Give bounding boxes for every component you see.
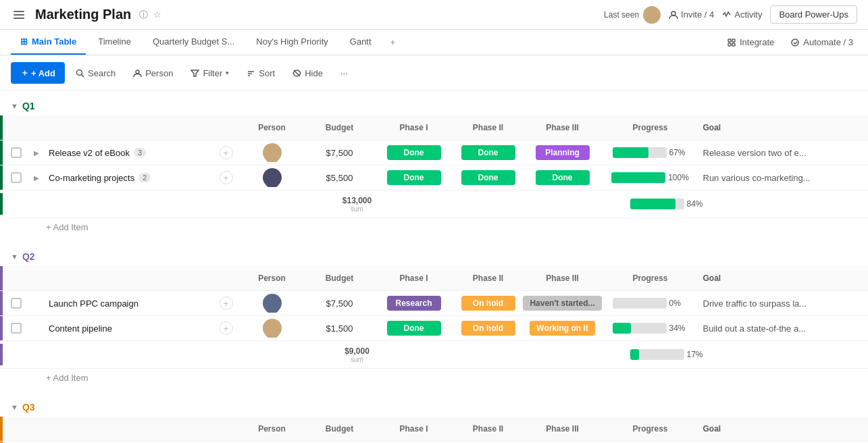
tabs-right: Integrate Automate / 3 bbox=[723, 34, 857, 50]
tab-main-table[interactable]: ⊞ Main Table bbox=[11, 30, 86, 55]
col-header-goal-q2: Goal bbox=[698, 273, 869, 283]
plus-icon: ＋ bbox=[20, 67, 29, 79]
svg-rect-1 bbox=[14, 14, 24, 16]
integrate-button[interactable]: Integrate bbox=[723, 34, 778, 50]
svg-point-21 bbox=[269, 172, 276, 178]
expander-arrow[interactable]: ▶ bbox=[34, 149, 39, 157]
invite-button[interactable]: Invite / 4 bbox=[669, 9, 714, 20]
chevron-down-icon: ▾ bbox=[226, 70, 229, 76]
progress-pct: 34% bbox=[669, 323, 688, 333]
filter-button[interactable]: Filter ▾ bbox=[184, 64, 236, 82]
group-q1-toggle[interactable]: ▼ bbox=[11, 102, 18, 110]
row-item-name: Release v2 of eBook bbox=[49, 148, 130, 158]
svg-point-25 bbox=[269, 322, 276, 329]
table-row: ··· Launch PPC campaign + $7,500 Researc… bbox=[0, 291, 868, 316]
svg-point-10 bbox=[792, 39, 798, 46]
sum-budget-q2: $9,000 sum bbox=[324, 346, 391, 363]
svg-marker-14 bbox=[191, 70, 199, 76]
svg-point-4 bbox=[646, 17, 658, 24]
star-icon[interactable]: ☆ bbox=[153, 9, 161, 20]
row-item-name: Content pipeline bbox=[49, 323, 112, 334]
hide-button[interactable]: Hide bbox=[286, 64, 330, 82]
top-right-actions: Last seen Invite / 4 Activity Board Powe… bbox=[604, 5, 857, 24]
group-q1: ▼ Q1 Person Budget Phase I Phase II Phas… bbox=[0, 91, 868, 236]
col-header-person-q1: Person bbox=[238, 123, 306, 132]
tab-gantt[interactable]: Gantt bbox=[340, 30, 381, 55]
row-budget: $5,500 bbox=[306, 173, 374, 183]
avatar bbox=[263, 143, 282, 162]
sort-button[interactable]: Sort bbox=[240, 64, 282, 82]
progress-bar bbox=[613, 323, 667, 334]
phase2-badge: On hold bbox=[461, 321, 515, 336]
title-icons: ⓘ ☆ bbox=[139, 9, 161, 21]
progress-fill bbox=[613, 147, 649, 158]
col-header-goal-q1: Goal bbox=[698, 123, 869, 132]
table-icon: ⊞ bbox=[20, 36, 28, 47]
svg-point-22 bbox=[265, 180, 279, 187]
tab-quarterly-budget[interactable]: Quarterly Budget S... bbox=[143, 30, 244, 55]
tab-timeline[interactable]: Timeline bbox=[88, 30, 141, 55]
automate-button[interactable]: Automate / 3 bbox=[786, 34, 857, 50]
col-header-phase3-q2: Phase III bbox=[522, 273, 603, 283]
phase1-badge: Done bbox=[387, 321, 441, 336]
svg-point-5 bbox=[671, 11, 675, 16]
board-power-ups-button[interactable]: Board Power-Ups bbox=[770, 5, 857, 24]
phase3-badge: Planning bbox=[536, 145, 590, 160]
expander-arrow[interactable]: ▶ bbox=[34, 174, 39, 182]
row-item-name: Co-marketing projects bbox=[49, 173, 134, 183]
info-icon[interactable]: ⓘ bbox=[139, 9, 148, 21]
person-filter-button[interactable]: Person bbox=[126, 64, 180, 82]
stripe-q2 bbox=[0, 266, 3, 290]
add-button[interactable]: ＋ + Add bbox=[11, 62, 65, 84]
tabs-bar: ⊞ Main Table Timeline Quarterly Budget S… bbox=[0, 30, 868, 55]
col-header-budget-q1: Budget bbox=[306, 123, 374, 132]
svg-point-24 bbox=[265, 305, 279, 313]
table-header-q3: Person Budget Phase I Phase II Phase III… bbox=[0, 417, 868, 442]
add-row-icon[interactable]: + bbox=[220, 146, 233, 159]
group-q2-label[interactable]: Q2 bbox=[22, 251, 35, 262]
phase2-badge: Done bbox=[461, 145, 515, 160]
svg-point-23 bbox=[269, 297, 276, 304]
search-icon bbox=[76, 69, 84, 78]
group-q3-label[interactable]: Q3 bbox=[22, 402, 35, 413]
svg-line-12 bbox=[82, 74, 84, 77]
col-header-budget-q3: Budget bbox=[306, 424, 374, 434]
avatar bbox=[263, 168, 282, 187]
add-item-q1[interactable]: + Add Item bbox=[0, 218, 868, 236]
svg-point-20 bbox=[265, 155, 279, 162]
sort-icon bbox=[247, 69, 255, 78]
top-bar: Marketing Plan ⓘ ☆ Last seen Invite / 4 … bbox=[0, 0, 868, 30]
sum-row-q1: $13,000 sum 84% bbox=[0, 190, 868, 218]
more-options-button[interactable]: ··· bbox=[334, 64, 355, 82]
group-q3-toggle[interactable]: ▼ bbox=[11, 403, 18, 411]
tab-add-button[interactable]: + bbox=[384, 32, 403, 53]
col-header-phase3-q3: Phase III bbox=[522, 424, 603, 434]
col-header-phase1-q1: Phase I bbox=[374, 123, 455, 132]
sum-row-q2: $9,000 sum 17% bbox=[0, 341, 868, 369]
svg-rect-7 bbox=[732, 39, 735, 42]
group-q1-label[interactable]: Q1 bbox=[22, 101, 35, 111]
tab-noy-priority[interactable]: Noy's High Priority bbox=[247, 30, 338, 55]
add-row-icon[interactable]: + bbox=[220, 296, 233, 310]
search-button[interactable]: Search bbox=[69, 64, 122, 82]
progress-pct: 67% bbox=[669, 148, 688, 157]
svg-point-19 bbox=[269, 147, 276, 153]
group-q2-toggle[interactable]: ▼ bbox=[11, 253, 18, 261]
row-item-name: Launch PPC campaign bbox=[49, 298, 138, 309]
activity-button[interactable]: Activity bbox=[722, 9, 762, 20]
add-item-q2[interactable]: + Add Item bbox=[0, 369, 868, 387]
sub-item-count: 2 bbox=[138, 173, 151, 182]
add-row-icon[interactable]: + bbox=[220, 321, 233, 335]
col-header-phase2-q2: Phase II bbox=[455, 273, 522, 283]
table-header-q1: Person Budget Phase I Phase II Phase III… bbox=[0, 115, 868, 140]
group-q2: ▼ Q2 Person Budget Phase I Phase II Phas… bbox=[0, 242, 868, 387]
sidebar-toggle[interactable] bbox=[11, 7, 27, 23]
add-row-icon[interactable]: + bbox=[220, 171, 233, 184]
hide-icon bbox=[292, 69, 301, 78]
col-header-progress-q1: Progress bbox=[603, 123, 698, 132]
table-row: ··· ▶ Co-marketing projects 2 + $5,500 D… bbox=[0, 165, 868, 190]
group-q1-header: ▼ Q1 bbox=[0, 91, 868, 115]
phase3-badge: Working on it bbox=[530, 321, 594, 336]
col-header-phase1-q3: Phase I bbox=[374, 424, 455, 434]
table-row: ··· Content pipeline + $1,500 Done On ho… bbox=[0, 316, 868, 341]
